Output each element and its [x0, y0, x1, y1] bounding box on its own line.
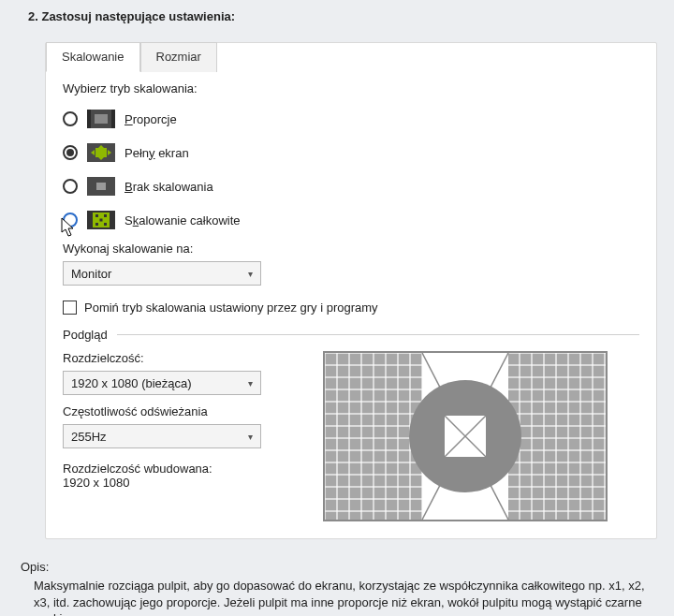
resolution-select[interactable]: 1920 x 1080 (bieżąca) ▾: [63, 371, 261, 395]
override-checkbox[interactable]: [63, 301, 77, 315]
choose-mode-label: Wybierz tryb skalowania:: [63, 81, 639, 95]
mode-fullscreen-label[interactable]: Pełny ekran: [125, 146, 189, 160]
svg-rect-2: [87, 110, 91, 128]
svg-rect-14: [95, 214, 98, 217]
preview-heading-row: Podgląd: [63, 328, 639, 342]
svg-rect-16: [100, 219, 103, 222]
refresh-label: Częstotliwość odświeżania: [63, 404, 265, 418]
mode-integer-label[interactable]: Skalowanie całkowite: [125, 213, 241, 227]
resolution-label: Rozdzielczość:: [63, 351, 265, 365]
native-res-label: Rozdzielczość wbudowana:: [63, 462, 265, 476]
resolution-value: 1920 x 1080 (bieżąca): [71, 376, 192, 390]
radio-integer[interactable]: [63, 213, 78, 227]
chevron-down-icon: ▾: [248, 378, 253, 389]
preview-heading: Podgląd: [63, 328, 108, 342]
noscaling-icon: [87, 177, 115, 196]
integer-icon: [87, 211, 115, 229]
override-row[interactable]: Pomiń tryb skalowania ustawiony przez gr…: [63, 301, 639, 315]
svg-rect-17: [95, 223, 98, 226]
tab-scaling[interactable]: Skalowanie: [46, 42, 140, 72]
svg-rect-1: [95, 114, 108, 124]
mode-aspect-label[interactable]: Proporcje: [125, 112, 177, 126]
preview-box: [323, 351, 608, 521]
fullscreen-icon: [87, 143, 115, 162]
refresh-select[interactable]: 255Hz ▾: [63, 424, 261, 448]
svg-rect-18: [104, 223, 107, 226]
svg-rect-15: [104, 214, 107, 217]
mode-noscaling-label[interactable]: Brak skalowania: [125, 180, 213, 194]
chevron-down-icon: ▾: [248, 432, 253, 442]
native-res-value: 1920 x 1080: [63, 476, 265, 490]
perform-on-select[interactable]: Monitor ▾: [63, 261, 261, 286]
mode-aspect-row[interactable]: Proporcje: [63, 107, 639, 131]
tab-size[interactable]: Rozmiar: [140, 42, 217, 72]
perform-on-label: Wykonaj skalowanie na:: [63, 242, 639, 256]
tabs: Skalowanie Rozmiar: [46, 42, 639, 72]
radio-noscaling[interactable]: [63, 179, 78, 194]
perform-on-value: Monitor: [71, 267, 111, 281]
refresh-value: 255Hz: [71, 430, 107, 444]
svg-rect-11: [96, 183, 106, 190]
radio-fullscreen[interactable]: [63, 145, 78, 160]
svg-rect-5: [95, 148, 107, 157]
chevron-down-icon: ▾: [248, 269, 253, 279]
section-title: 2. Zastosuj następujące ustawienia:: [28, 9, 657, 23]
settings-panel: Skalowanie Rozmiar Wybierz tryb skalowan…: [45, 42, 657, 539]
description-heading: Opis:: [21, 560, 655, 574]
mode-integer-row[interactable]: Skalowanie całkowite: [63, 208, 639, 232]
mode-fullscreen-row[interactable]: Pełny ekran: [63, 140, 639, 165]
aspect-icon: [87, 110, 115, 128]
divider-line: [117, 334, 639, 335]
description-body: Maksymalnie rozciąga pulpit, aby go dopa…: [21, 578, 655, 616]
svg-rect-3: [111, 110, 115, 128]
override-label[interactable]: Pomiń tryb skalowania ustawiony przez gr…: [84, 301, 378, 315]
mode-noscaling-row[interactable]: Brak skalowania: [63, 174, 639, 198]
radio-aspect[interactable]: [63, 111, 78, 126]
